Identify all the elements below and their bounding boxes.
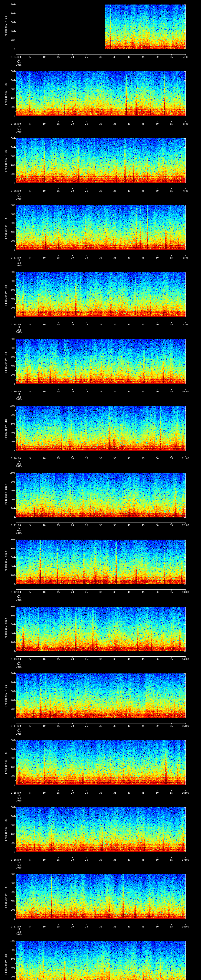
x-tick-label: 55 [168, 457, 175, 460]
x-tick-label: 30 [97, 725, 104, 727]
y-axis-title: Frequency (Hz) [5, 551, 7, 573]
x-tick-label: 30 [97, 859, 104, 861]
y-axis-title: Frequency (Hz) [5, 83, 7, 105]
y-axis-title: Frequency (Hz) [5, 617, 7, 640]
y-tick-label: 600 [7, 356, 15, 358]
x-tick-label: 50 [154, 792, 161, 794]
x-tick-label: 35 [111, 792, 118, 794]
x-tick-label: 15 [55, 591, 62, 593]
x-tick-label: 45 [140, 926, 147, 928]
y-tick-label: 200 [7, 173, 15, 175]
x-tick-label: 5 [27, 926, 34, 928]
spectrogram-image [0, 72, 201, 138]
y-axis-title: Frequency (Hz) [5, 952, 7, 975]
x-tick-label: 25 [83, 792, 90, 794]
x-tick-label: 35 [111, 457, 118, 460]
spectrogram-image [0, 406, 201, 473]
spectrogram-image [0, 941, 201, 980]
spectrogram-panel: Frequency (Hz) 02004006008001000 1:13:00… [0, 607, 201, 674]
date-year: 2015 [13, 398, 25, 401]
y-tick-label: 0 [7, 449, 15, 452]
x-tick-label: 15 [55, 859, 62, 861]
x-tick-label: 10 [41, 457, 48, 460]
x-end-time-label: 8:00 [180, 256, 191, 259]
spectrogram-panel: Frequency (Hz) 02004006008001000 1:18:00… [0, 941, 201, 980]
x-end-time-label: 5:00 [180, 56, 191, 59]
y-tick-label: 800 [7, 815, 15, 818]
x-tick-label: 20 [69, 190, 76, 192]
x-tick-label: 20 [69, 123, 76, 125]
y-tick-label: 800 [7, 347, 15, 350]
y-axis-title: Frequency (Hz) [5, 885, 7, 908]
y-tick-label: 800 [7, 949, 15, 951]
x-tick-label: 55 [168, 390, 175, 393]
x-tick-label: 15 [55, 457, 62, 460]
x-tick-label: 40 [125, 658, 132, 660]
x-tick-label: 10 [41, 725, 48, 727]
x-tick-label: 55 [168, 123, 175, 125]
x-tick-label: 30 [97, 123, 104, 125]
y-tick-label: 200 [7, 240, 15, 242]
x-tick-label: 45 [140, 56, 147, 59]
y-tick-label: 400 [7, 833, 15, 835]
y-tick-label: 200 [7, 708, 15, 711]
date-year: 2015 [13, 867, 25, 869]
x-tick-label: 10 [41, 190, 48, 192]
y-tick-label: 0 [7, 48, 15, 51]
x-tick-label: 10 [41, 390, 48, 393]
x-tick-label: 35 [111, 323, 118, 326]
spectrogram-image [0, 539, 201, 607]
y-tick-label: 0 [7, 115, 15, 118]
x-tick-label: 15 [55, 524, 62, 527]
date-year: 2015 [13, 800, 25, 802]
y-tick-label: 800 [7, 12, 15, 15]
x-tick-label: 10 [41, 524, 48, 527]
date-month: Sep [13, 864, 25, 867]
x-start-time-label: 1:07:00 [11, 256, 21, 259]
x-tick-label: 15 [55, 323, 62, 326]
y-tick-label: 400 [7, 498, 15, 501]
x-tick-label: 45 [140, 190, 147, 192]
x-tick-label: 20 [69, 926, 76, 928]
y-tick-label: 0 [7, 315, 15, 318]
y-tick-label: 600 [7, 289, 15, 291]
x-tick-label: 15 [55, 792, 62, 794]
y-tick-label: 200 [7, 842, 15, 844]
x-tick-label: 25 [83, 926, 90, 928]
x-start-time-label: 1:08:00 [11, 323, 21, 326]
y-tick-label: 400 [7, 231, 15, 234]
spectrogram-panel: Frequency (Hz) 02004006008001000 1:12:00… [0, 539, 201, 607]
y-tick-label: 400 [7, 365, 15, 367]
x-tick-label: 40 [125, 190, 132, 192]
x-tick-label: 50 [154, 524, 161, 527]
spectrogram-image [0, 272, 201, 339]
x-start-time-label: 1:05:00 [11, 123, 21, 125]
x-tick-label: 5 [27, 323, 34, 326]
x-start-time-label: 1:11:00 [11, 524, 21, 527]
x-tick-label: 35 [111, 56, 118, 59]
y-tick-label: 0 [7, 383, 15, 385]
spectrogram-image [0, 807, 201, 874]
spectrogram-panel: Frequency (Hz) 02004006008001000 1:10:00… [0, 406, 201, 473]
y-tick-label: 400 [7, 565, 15, 568]
date-year: 2015 [13, 130, 25, 133]
y-tick-label: 600 [7, 222, 15, 224]
x-start-time-label: 1:12:00 [11, 591, 21, 593]
x-tick-label: 20 [69, 658, 76, 660]
y-tick-label: 600 [7, 489, 15, 492]
spectrogram-panel: Frequency (Hz) 02004006008001000 1:09:00… [0, 339, 201, 406]
date-month: Sep [13, 463, 25, 465]
date-month: Sep [13, 396, 25, 398]
x-start-time-label: 1:16:00 [11, 859, 21, 861]
y-tick-label: 200 [7, 39, 15, 41]
date-month: Sep [13, 931, 25, 933]
x-tick-label: 5 [27, 524, 34, 527]
y-tick-label: 600 [7, 690, 15, 693]
x-tick-label: 35 [111, 591, 118, 593]
x-end-time-label: 10:00 [180, 390, 191, 393]
y-tick-label: 1000 [7, 605, 15, 608]
y-tick-label: 600 [7, 423, 15, 425]
y-tick-label: 200 [7, 775, 15, 777]
x-tick-label: 5 [27, 56, 34, 59]
y-tick-label: 400 [7, 298, 15, 300]
